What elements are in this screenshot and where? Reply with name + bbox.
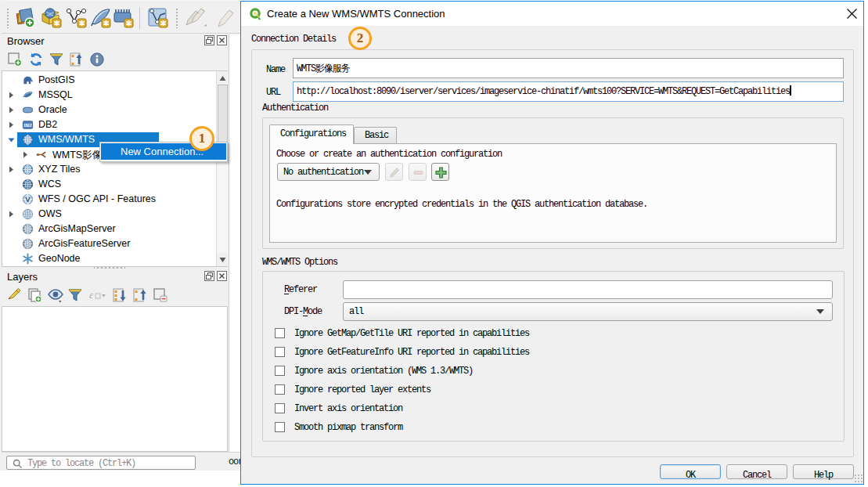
save-layer-edits-icon[interactable] — [213, 6, 242, 29]
url-input-value: http://localhost:8090/iserver/services/i… — [297, 85, 791, 97]
ok-button[interactable]: OK — [660, 464, 721, 479]
expand-all-icon[interactable] — [111, 287, 128, 304]
menu-item-label: New Connection... — [121, 146, 203, 157]
dialog-titlebar[interactable]: Create a New WMS/WMTS Connection — [241, 2, 863, 26]
chevron-right-icon[interactable] — [8, 92, 15, 99]
toggle-editing-icon[interactable] — [183, 6, 210, 29]
expression-filter-icon[interactable]: ε — [86, 287, 108, 304]
resize-grip[interactable] — [854, 474, 863, 483]
checkbox-label: Ignore GetFeatureInfo URI reported in ca… — [294, 347, 529, 358]
tree-item-postgis[interactable]: PostGIS — [2, 73, 215, 88]
authentication-label: Authentication — [262, 103, 328, 114]
checkbox-label: Ignore GetMap/GetTile URI reported in ca… — [294, 328, 529, 339]
remove-auth-icon[interactable] — [409, 163, 427, 181]
status-bar: Type to locate (Ctrl+K) oor — [2, 452, 240, 471]
locator-input[interactable]: Type to locate (Ctrl+K) — [6, 456, 196, 470]
postgis-icon — [22, 74, 34, 86]
checkbox-box[interactable] — [275, 366, 285, 376]
refresh-icon[interactable] — [27, 51, 45, 68]
filter-legend-icon[interactable] — [67, 287, 84, 304]
tree-item-wcs[interactable]: WCS — [2, 177, 215, 192]
help-button[interactable]: Help — [793, 464, 854, 479]
cancel-button[interactable]: Cancel — [726, 464, 787, 479]
tree-item-ows[interactable]: OWS — [2, 207, 215, 222]
tree-item-arcgis-feature-server[interactable]: ArcGisFeatureServer — [2, 236, 215, 251]
filter-browser-icon[interactable] — [48, 51, 65, 68]
checkbox-box[interactable] — [275, 347, 285, 357]
new-virtual-layer-icon[interactable] — [146, 6, 169, 29]
float-panel-icon[interactable] — [204, 35, 214, 45]
chevron-right-icon[interactable] — [8, 211, 15, 218]
checkbox-label: Smooth pixmap transform — [294, 422, 402, 433]
dpi-combo-value: all — [349, 306, 363, 317]
layer-styling-icon[interactable] — [6, 287, 23, 304]
tree-item-xyz-tiles[interactable]: XYZ Tiles — [2, 162, 215, 177]
wfs-icon — [22, 193, 34, 205]
checkbox-box[interactable] — [275, 328, 285, 338]
browser-tree-list: PostGIS MSSQL Oracle DB2 DB2 WMS — [2, 73, 215, 266]
dpi-mode-combo[interactable]: all — [343, 302, 833, 321]
checkbox-label: Invert axis orientation — [294, 403, 402, 414]
chevron-right-icon[interactable] — [22, 151, 29, 158]
step-1-badge: 1 — [189, 126, 214, 151]
qgis-main-window: Browser PostGIS — [0, 0, 240, 471]
text-cursor — [790, 85, 791, 96]
tree-item-arcgis-map-server[interactable]: ArcGisMapServer — [2, 222, 215, 236]
toolbar-drag-handle[interactable] — [6, 8, 10, 28]
new-layer-stack-icon[interactable] — [14, 6, 37, 29]
browser-toolbar — [2, 49, 229, 70]
ows-icon — [22, 208, 34, 220]
close-panel-icon[interactable] — [217, 271, 227, 281]
map-canvas[interactable] — [229, 34, 240, 452]
checkbox-box[interactable] — [275, 422, 285, 432]
button-label: OK — [686, 470, 695, 481]
dialog-close-icon[interactable] — [845, 7, 859, 20]
edit-auth-icon[interactable] — [385, 163, 403, 181]
add-auth-icon[interactable] — [431, 163, 449, 181]
add-selected-layers-icon[interactable] — [6, 51, 23, 68]
map-themes-icon[interactable] — [47, 287, 64, 304]
new-geopackage-layer-icon[interactable] — [40, 6, 63, 29]
collapse-all-icon[interactable] — [131, 287, 149, 304]
properties-icon[interactable] — [88, 51, 106, 68]
name-label: Name — [266, 64, 285, 75]
auth-info-text: Configurations store encrypted credentia… — [276, 199, 647, 210]
add-group-icon[interactable] — [26, 287, 43, 304]
combo-arrow-icon — [816, 309, 824, 314]
new-shapefile-layer-icon[interactable] — [65, 6, 88, 29]
dialog-title: Create a New WMS/WMTS Connection — [267, 8, 445, 20]
url-input[interactable]: http://localhost:8090/iserver/services/i… — [293, 81, 844, 102]
db2-icon: DB2 — [22, 119, 34, 131]
tree-item-wfs[interactable]: WFS / OGC API - Features — [2, 192, 215, 207]
button-label: Help — [814, 470, 833, 481]
toolbar-drag-handle[interactable] — [175, 8, 179, 28]
new-spatialite-layer-icon[interactable] — [89, 6, 112, 29]
referer-input[interactable] — [343, 280, 833, 299]
chevron-right-icon[interactable] — [8, 121, 15, 128]
tree-item-oracle[interactable]: Oracle — [2, 103, 215, 117]
scroll-down-icon[interactable] — [217, 253, 229, 266]
wcs-icon — [22, 179, 34, 190]
auth-config-combo[interactable]: No authentication — [277, 163, 380, 181]
auth-tab-pane: Choose or create an authentication confi… — [269, 143, 837, 243]
chevron-right-icon[interactable] — [8, 166, 15, 173]
checkbox-box[interactable] — [275, 384, 285, 395]
checkbox-box[interactable] — [275, 403, 285, 413]
scroll-up-icon[interactable] — [217, 71, 229, 85]
remove-layer-icon[interactable] — [152, 287, 169, 304]
browser-panel-titlebar: Browser — [2, 34, 229, 49]
tree-item-geonode[interactable]: GeoNode — [2, 251, 215, 266]
chevron-right-icon[interactable] — [8, 106, 15, 114]
close-panel-icon[interactable] — [217, 35, 227, 45]
tab-basic[interactable]: Basic — [354, 127, 397, 144]
tab-configurations[interactable]: Configurations — [269, 124, 354, 144]
collapse-all-icon[interactable] — [68, 51, 85, 68]
name-input[interactable]: WMTS影像服务 — [293, 58, 844, 78]
new-mesh-layer-icon[interactable] — [112, 6, 135, 29]
browser-scrollbar[interactable] — [216, 71, 228, 266]
tree-item-db2[interactable]: DB2 DB2 — [2, 117, 215, 132]
dock-splitter[interactable] — [94, 266, 125, 269]
float-panel-icon[interactable] — [204, 271, 214, 281]
tree-item-mssql[interactable]: MSSQL — [2, 88, 215, 103]
chevron-down-icon[interactable] — [8, 136, 15, 143]
